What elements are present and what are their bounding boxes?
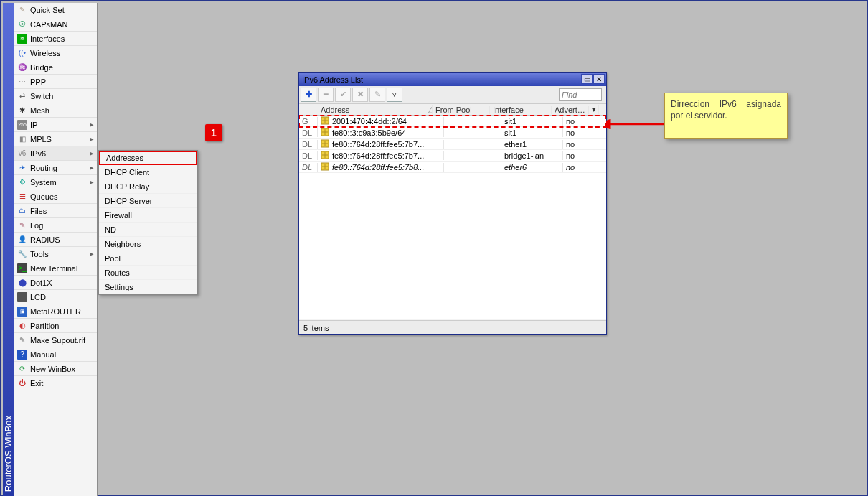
submenu-item-addresses[interactable]: Addresses [99, 151, 197, 165]
find-field[interactable] [559, 88, 602, 101]
columns-dropdown-icon[interactable]: ▾ [589, 105, 599, 114]
ipv6-submenu: AddressesDHCP ClientDHCP RelayDHCP Serve… [98, 150, 198, 295]
sidebar-item-capsman[interactable]: ⦿CAPsMAN [14, 17, 97, 32]
sidebar-item-mesh[interactable]: ✱Mesh [14, 103, 97, 118]
table-row[interactable]: DLfe80::764d:28ff:fee5:7b7...ether1no [299, 139, 606, 150]
row-flag: DL [299, 140, 318, 149]
sort-indicator-icon[interactable]: △ [425, 105, 433, 114]
col-from-pool[interactable]: From Pool [433, 106, 490, 114]
ifc-icon: ≋ [17, 34, 27, 44]
sidebar-item-lcd[interactable]: LCD [14, 290, 97, 304]
add-button[interactable]: ✚ [301, 88, 316, 102]
col-advertise[interactable]: Advertise [552, 106, 589, 114]
submenu-item-label: Neighbors [105, 240, 141, 248]
row-address: fe80::3:c9a3:5b9e/64 [329, 128, 444, 137]
table-row[interactable]: DLfe80::3:c9a3:5b9e/64sit1no [299, 127, 606, 139]
submenu-item-routes[interactable]: Routes [99, 266, 197, 280]
submenu-item-pool[interactable]: Pool [99, 251, 197, 266]
submenu-item-nd[interactable]: ND [99, 223, 197, 237]
sidebar-item-switch[interactable]: ⇄Switch [14, 89, 97, 103]
new-icon: ⟳ [17, 364, 27, 374]
sidebar-item-log[interactable]: ✎Log [14, 218, 97, 233]
ip-icon: 255 [17, 120, 27, 130]
submenu-item-label: Firewall [105, 211, 132, 220]
address-icon [318, 139, 329, 149]
sidebar-item-dot1x[interactable]: ⬤Dot1X [14, 276, 97, 290]
submenu-item-settings[interactable]: Settings [99, 280, 197, 294]
sidebar-item-label: Manual [30, 350, 56, 359]
sidebar-item-manual[interactable]: ?Manual [14, 347, 97, 362]
row-flag: DL [299, 163, 318, 172]
sidebar-item-files[interactable]: 🗀Files [14, 204, 97, 218]
table-row[interactable]: G2001:470:4:4dd::2/64sit1no [299, 116, 606, 127]
sidebar-item-ip[interactable]: 255IP [14, 118, 97, 132]
sidebar-item-make-supout-rif[interactable]: ✎Make Supout.rif [14, 333, 97, 347]
wand-icon: ✎ [17, 5, 27, 15]
sidebar-item-bridge[interactable]: ♒Bridge [14, 60, 97, 75]
row-advertise: no [563, 140, 600, 149]
sidebar-item-ppp[interactable]: ⋯PPP [14, 75, 97, 89]
remove-button[interactable]: ━ [318, 88, 334, 102]
row-flag: G [299, 117, 318, 126]
col-address[interactable]: Address [318, 106, 425, 114]
find-input[interactable] [559, 88, 602, 101]
table-row[interactable]: DLfe80::764d:28ff:fee5:7b8...ether6no [299, 162, 606, 173]
sidebar-item-interfaces[interactable]: ≋Interfaces [14, 32, 97, 46]
sidebar-item-routing[interactable]: ✈Routing [14, 161, 97, 175]
row-address: fe80::764d:28ff:fee5:7b7... [329, 151, 444, 160]
row-advertise: no [563, 151, 600, 160]
sidebar-item-label: Queues [30, 192, 58, 201]
sidebar-item-label: Log [30, 221, 43, 230]
annotation-arrow-icon [606, 119, 671, 129]
address-icon [318, 128, 329, 138]
col-interface[interactable]: Interface [490, 106, 552, 114]
filter-button[interactable]: ▿ [387, 88, 402, 102]
submenu-item-dhcp-client[interactable]: DHCP Client [99, 165, 197, 179]
sidebar-item-label: Interfaces [30, 34, 65, 43]
sidebar-item-label: RADIUS [30, 235, 60, 244]
sidebar-item-system[interactable]: ⚙System [14, 175, 97, 189]
row-interface: sit1 [501, 117, 563, 126]
sidebar-item-partition[interactable]: ◐Partition [14, 319, 97, 333]
files-icon: 🗀 [17, 206, 27, 216]
submenu-item-dhcp-relay[interactable]: DHCP Relay [99, 179, 197, 194]
sidebar-item-new-winbox[interactable]: ⟳New WinBox [14, 362, 97, 376]
sidebar-item-tools[interactable]: 🔧Tools [14, 247, 97, 261]
submenu-item-label: DHCP Client [105, 168, 149, 177]
submenu-item-neighbors[interactable]: Neighbors [99, 237, 197, 251]
sidebar-item-label: New Terminal [30, 264, 77, 273]
sidebar-item-ipv6[interactable]: v6IPv6 [14, 146, 97, 161]
enable-button[interactable]: ✔ [335, 88, 351, 102]
sidebar-item-wireless[interactable]: ((•Wireless [14, 46, 97, 60]
dot1x-icon: ⬤ [17, 278, 27, 288]
window-minimize-button[interactable]: ▭ [581, 74, 593, 84]
window-close-button[interactable]: ✕ [593, 74, 605, 84]
submenu-item-firewall[interactable]: Firewall [99, 208, 197, 223]
app-title: RouterOS WinBox [3, 416, 14, 492]
sidebar-item-label: Quick Set [30, 6, 65, 14]
sidebar-item-radius[interactable]: 👤RADIUS [14, 233, 97, 247]
switch-icon: ⇄ [17, 91, 27, 101]
row-flag: DL [299, 151, 318, 160]
submenu-item-dhcp-server[interactable]: DHCP Server [99, 194, 197, 208]
sidebar-item-queues[interactable]: ☰Queues [14, 189, 97, 204]
sidebar-item-mpls[interactable]: ◧MPLS [14, 132, 97, 146]
disable-button[interactable]: ✖ [352, 88, 368, 102]
sidebar-item-label: Wireless [30, 49, 60, 57]
comment-button[interactable]: ✎ [369, 88, 385, 102]
sidebar-item-exit[interactable]: ⏻Exit [14, 376, 97, 390]
sidebar-item-quick-set[interactable]: ✎Quick Set [14, 3, 97, 17]
sidebar-item-new-terminal[interactable]: >_New Terminal [14, 261, 97, 276]
window-title-bar[interactable]: IPv6 Address List ▭ ✕ [299, 73, 606, 86]
tools-icon: 🔧 [17, 249, 27, 259]
sidebar-item-label: System [30, 178, 57, 187]
row-advertise: no [563, 163, 600, 172]
window-title: IPv6 Address List [302, 75, 363, 84]
sidebar-item-label: Routing [30, 164, 57, 172]
row-interface: bridge1-lan [501, 151, 563, 160]
app-frame: RouterOS WinBox ✎Quick Set⦿CAPsMAN≋Inter… [0, 0, 868, 496]
status-bar: 5 items [299, 320, 606, 334]
table-row[interactable]: DLfe80::764d:28ff:fee5:7b7...bridge1-lan… [299, 150, 606, 162]
sidebar-item-label: Bridge [30, 63, 53, 72]
sidebar-item-metarouter[interactable]: ▣MetaROUTER [14, 304, 97, 319]
